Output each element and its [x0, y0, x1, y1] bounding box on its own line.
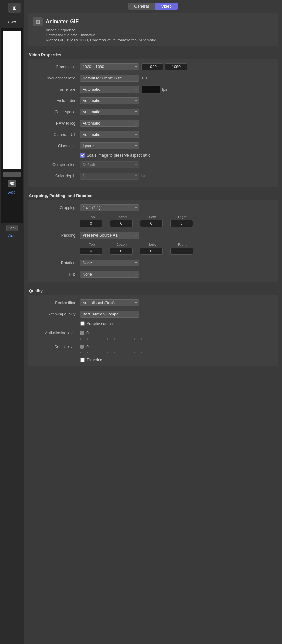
color-depth-row: Color depth: 8 bits — [33, 172, 273, 180]
preview-thumbnail — [3, 31, 21, 169]
flip-select[interactable]: None — [80, 271, 139, 278]
resize-filter-row: Resize filter: Anti-aliased (Best) — [33, 299, 273, 307]
pad-bottom-input[interactable] — [110, 248, 133, 255]
info-card: 🖼 Animated GIF Image Sequence Estimated … — [28, 13, 278, 46]
dithering-checkbox[interactable] — [80, 358, 85, 362]
rotation-select[interactable]: None — [80, 260, 139, 266]
adaptive-details-checkbox[interactable] — [80, 321, 85, 326]
scale-checkbox[interactable] — [80, 153, 85, 158]
animated-gif-icon: 🖼 — [33, 17, 43, 26]
set-dropdown[interactable]: Set ▾ — [6, 225, 18, 231]
dithering-label: Dithering — [87, 358, 102, 362]
compression-row: Compression: Default — [33, 161, 273, 169]
anti-aliasing-thumb[interactable] — [80, 331, 84, 335]
field-order-label: Field order: — [33, 99, 77, 103]
pad-left-input[interactable] — [140, 248, 163, 255]
pixel-aspect-value: 1.0 — [141, 76, 147, 80]
anti-aliasing-row: Anti-aliasing level: 0 — [33, 329, 273, 337]
quality-panel: Resize filter: Anti-aliased (Best) Retim… — [28, 295, 278, 366]
frame-height-input[interactable] — [165, 63, 187, 70]
info-subtitle: Image Sequence — [46, 28, 273, 32]
view-label[interactable]: iew ▾ — [6, 18, 19, 25]
padding-label: Padding: — [33, 233, 77, 238]
chevron-down-icon: ▾ — [14, 19, 16, 24]
crop-right-label: Right: — [170, 215, 195, 219]
retiming-quality-select[interactable]: Best (Motion Compe... — [80, 311, 139, 318]
frame-width-input[interactable] — [141, 63, 163, 70]
color-space-row: Color space: Automatic — [33, 108, 273, 116]
details-level-thumb[interactable] — [80, 345, 84, 349]
frame-size-select[interactable]: 1920 x 1080 — [80, 63, 139, 70]
padding-row: Padding: Preserve Source As... — [33, 231, 273, 239]
pad-right-label: Right: — [170, 243, 195, 246]
pad-top-input[interactable] — [80, 248, 102, 255]
info-title: Animated GIF — [46, 19, 79, 24]
chevron-down-icon-2: ▾ — [14, 226, 16, 230]
padding-select[interactable]: Preserve Source As... — [80, 232, 139, 239]
pad-top-label: Top: — [80, 243, 105, 246]
tab-bar: General Video — [24, 0, 282, 12]
color-space-select[interactable]: Automatic — [80, 109, 139, 115]
pad-bottom-label: Bottom: — [110, 243, 135, 246]
retiming-quality-row: Retiming quality: Best (Motion Compe... — [33, 310, 273, 318]
color-depth-label: Color depth: — [33, 174, 77, 178]
crop-right-input[interactable] — [170, 220, 193, 227]
cinematic-select[interactable]: Ignore — [80, 142, 139, 149]
video-properties-panel: Frame size: 1920 x 1080 Pixel aspect rat… — [28, 59, 278, 187]
preview-slider[interactable] — [3, 172, 21, 177]
camera-lut-select[interactable]: Automatic — [80, 131, 139, 138]
crop-top-input[interactable] — [80, 220, 102, 227]
camera-lut-row: Camera LUT: Automatic — [33, 131, 273, 139]
raw-to-log-label: RAW to log: — [33, 121, 77, 126]
raw-to-log-select[interactable]: Automatic — [80, 120, 139, 127]
frame-rate-select[interactable]: Automatic — [80, 86, 139, 93]
frame-size-row: Frame size: 1920 x 1080 — [33, 63, 273, 71]
cinematic-row: Cinematic: Ignore — [33, 142, 273, 150]
add-button-2[interactable]: Add — [8, 233, 15, 238]
resize-filter-label: Resize filter: — [33, 301, 77, 305]
pixel-aspect-label: Pixel aspect ratio: — [33, 76, 77, 80]
rotation-label: Rotation: — [33, 261, 77, 265]
tab-video[interactable]: Video — [155, 3, 178, 10]
flip-label: Flip: — [33, 272, 77, 276]
pad-left-label: Left: — [140, 243, 165, 246]
field-order-select[interactable]: Automatic — [80, 97, 139, 104]
crop-left-label: Left: — [140, 215, 165, 219]
frame-size-label: Frame size: — [33, 65, 77, 69]
main-content: General Video 🖼 Animated GIF Image Seque… — [24, 0, 282, 644]
adaptive-details-row: Adaptive details — [33, 321, 273, 326]
color-space-label: Color space: — [33, 110, 77, 114]
cinematic-label: Cinematic: — [33, 144, 77, 148]
top-icon[interactable]: ⊞ — [8, 3, 21, 13]
sidebar: ⊞ iew ▾ 💬 Add Set ▾ Add — [0, 0, 24, 644]
retiming-quality-label: Retiming quality: — [33, 312, 77, 316]
crop-trbl-row: Top: Bottom: Left: Right: — [33, 215, 273, 227]
pixel-aspect-select[interactable]: Default for Frame Size — [80, 75, 139, 82]
add-button-1[interactable]: Add — [8, 190, 15, 195]
dithering-row: Dithering — [33, 358, 273, 362]
details-level-row: Details level: 0 — [33, 343, 273, 351]
comment-icon[interactable]: 💬 — [8, 180, 16, 187]
video-properties-header: Video Properties — [24, 49, 282, 59]
frame-rate-row: Frame rate: Automatic fps — [33, 85, 273, 94]
crop-left-input[interactable] — [140, 220, 163, 227]
compression-select[interactable]: Default — [80, 161, 139, 168]
frame-rate-input[interactable] — [141, 85, 160, 94]
tab-general[interactable]: General — [128, 3, 155, 10]
details-level-label: Details level: — [33, 345, 77, 349]
adaptive-details-label: Adaptive details — [87, 321, 114, 326]
color-depth-select[interactable]: 8 — [80, 173, 139, 180]
resize-filter-select[interactable]: Anti-aliased (Best) — [80, 299, 139, 306]
anti-aliasing-label: Anti-aliasing level: — [33, 331, 77, 335]
camera-lut-label: Camera LUT: — [33, 132, 77, 137]
pad-right-input[interactable] — [170, 248, 193, 255]
cropping-panel: Cropping: 1 x 1 (1:1) Top: Bottom: Left:… — [28, 200, 278, 282]
cropping-label: Cropping: — [33, 206, 77, 210]
cropping-select[interactable]: 1 x 1 (1:1) — [80, 204, 139, 211]
pad-trbl-row: Top: Bottom: Left: Right: — [33, 243, 273, 255]
crop-top-label: Top: — [80, 215, 105, 219]
crop-bottom-input[interactable] — [110, 220, 133, 227]
rotation-row: Rotation: None — [33, 259, 273, 267]
raw-to-log-row: RAW to log: Automatic — [33, 119, 273, 127]
info-video-detail: Video: GIF, 1920 x 1080, Progressive, Au… — [46, 38, 273, 42]
